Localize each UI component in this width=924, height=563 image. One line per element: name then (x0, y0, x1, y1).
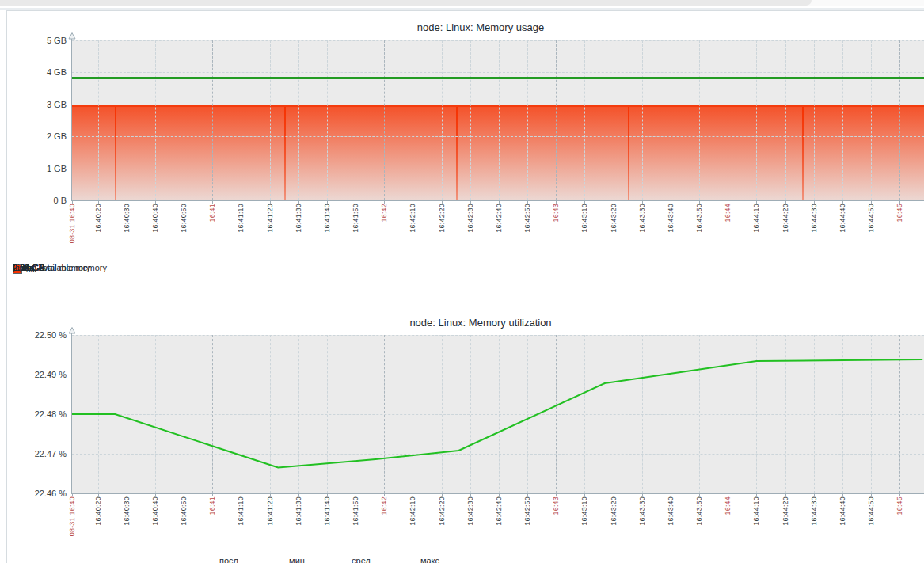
top-chrome-background (0, 0, 924, 6)
dashboard-widget-panel (6, 10, 924, 563)
zabbix-graph-page: node: Linux: Memory usage 0 B1 GB2 GB3 G… (0, 0, 924, 563)
top-chrome-strip (0, 0, 812, 6)
